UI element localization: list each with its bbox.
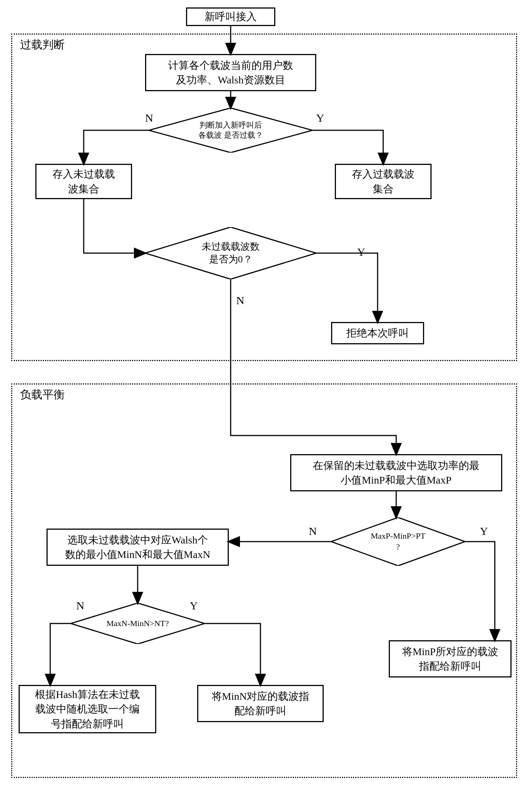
reject-box: 拒绝本次呼叫 bbox=[331, 322, 424, 344]
dec-power: MaxP-MinP>PT ? bbox=[331, 517, 465, 566]
n-label-4: N bbox=[76, 599, 84, 612]
calc-text: 计算各个载波当前的用户数 及功率、Walsh资源数目 bbox=[168, 58, 293, 87]
select-power-text: 在保留的未过载载波中选取功率的最 小值MinP和最大值MaxP bbox=[313, 458, 480, 487]
store-overload-box: 存入过载载波 集合 bbox=[335, 164, 432, 199]
select-power-box: 在保留的未过载载波中选取功率的最 小值MinP和最大值MaxP bbox=[290, 454, 502, 491]
n-label-3: N bbox=[309, 525, 317, 538]
n-label-2: N bbox=[236, 294, 244, 307]
hash-text: 根据Hash算法在未过载 载波中随机选取一个编 号指配给新呼叫 bbox=[35, 687, 140, 731]
start-text: 新呼叫接入 bbox=[205, 9, 257, 24]
calc-box: 计算各个载波当前的用户数 及功率、Walsh资源数目 bbox=[145, 54, 316, 91]
reject-text: 拒绝本次呼叫 bbox=[346, 326, 409, 340]
y-label-4: Y bbox=[190, 599, 198, 612]
y-label-1: Y bbox=[316, 112, 324, 124]
group1-label: 过载判断 bbox=[19, 37, 66, 52]
dec-overload: 判断加入新呼叫后 各载波 是否过载？ bbox=[149, 108, 313, 153]
dec-walsh-text: MaxN-MinN>NT? bbox=[106, 618, 169, 629]
dec-power-text: MaxP-MinP>PT ? bbox=[371, 531, 426, 552]
dec-walsh: MaxN-MinN>NT? bbox=[71, 603, 205, 644]
y-label-3: Y bbox=[480, 525, 488, 538]
store-not-overload-text: 存入未过载载 波集合 bbox=[52, 167, 115, 196]
select-walsh-text: 选取未过载载波中对应Walsh个 数的最小值MinN和最大值MaxN bbox=[65, 533, 210, 562]
dec-zero-text: 未过载载波数 是否为0？ bbox=[202, 240, 260, 266]
group2-label: 负载平衡 bbox=[19, 387, 66, 402]
assign-minp-text: 将MinP所对应的载波 指配给新呼叫 bbox=[402, 644, 498, 673]
assign-minn-text: 将MinN对应的载波指 配给新呼叫 bbox=[212, 689, 310, 718]
dec-overload-text: 判断加入新呼叫后 各载波 是否过载？ bbox=[198, 120, 263, 141]
select-walsh-box: 选取未过载载波中对应Walsh个 数的最小值MinN和最大值MaxN bbox=[47, 529, 229, 566]
dec-zero: 未过载载波数 是否为0？ bbox=[145, 227, 316, 279]
store-not-overload-box: 存入未过载载 波集合 bbox=[35, 164, 132, 199]
y-label-2: Y bbox=[357, 246, 365, 258]
assign-minp-box: 将MinP所对应的载波 指配给新呼叫 bbox=[389, 640, 512, 677]
store-overload-text: 存入过载载波 集合 bbox=[352, 167, 414, 196]
hash-box: 根据Hash算法在未过载 载波中随机选取一个编 号指配给新呼叫 bbox=[19, 685, 156, 733]
start-box: 新呼叫接入 bbox=[186, 7, 275, 26]
n-label-1: N bbox=[145, 112, 153, 124]
assign-minn-box: 将MinN对应的载波指 配给新呼叫 bbox=[197, 685, 324, 722]
